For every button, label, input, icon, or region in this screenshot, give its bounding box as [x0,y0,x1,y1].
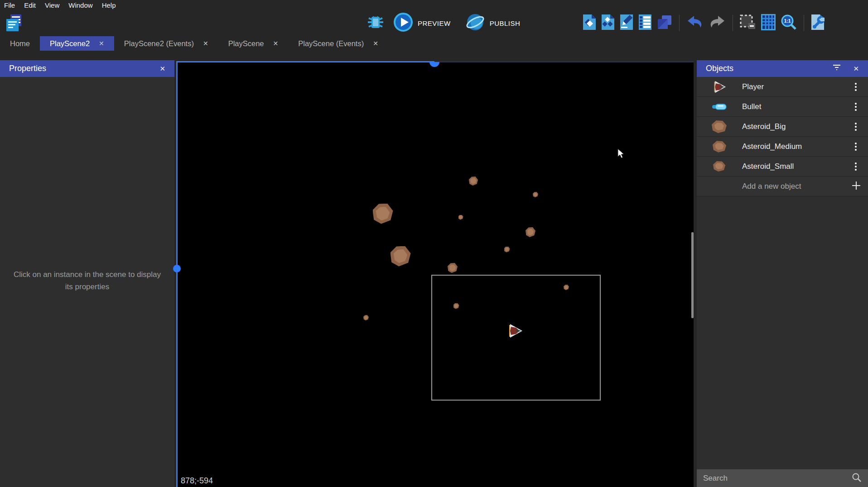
scene-properties-button[interactable] [583,14,596,32]
tab-playscene2[interactable]: PlayScene2 ✕ [40,36,114,51]
scene-canvas[interactable]: 878;-594 [176,61,694,487]
object-label: Asteroid_Medium [742,142,852,151]
preview-label[interactable]: PREVIEW [418,19,451,27]
tab-label: Home [10,39,30,48]
project-manager-button[interactable] [5,14,23,34]
delete-selection-button[interactable] [740,14,756,32]
tab-playscene2-events[interactable]: PlayScene2 (Events) ✕ [114,36,218,51]
object-menu-dots-icon[interactable] [852,123,860,131]
objects-title: Objects [706,64,733,73]
menu-bar: File Edit View Window Help [0,0,868,10]
asteroid-instance[interactable] [448,263,458,273]
asteroid-instance[interactable] [504,247,510,253]
publish-globe-icon [465,12,485,34]
asteroid-icon [697,161,742,172]
properties-empty-message: Click on an instance in the scene to dis… [13,268,162,293]
object-menu-dots-icon[interactable] [852,83,860,91]
plus-icon [852,181,861,192]
properties-title: Properties [9,64,46,73]
tab-close-icon[interactable]: ✕ [99,40,104,47]
layers-icon [657,14,672,32]
object-row-bullet[interactable]: Bullet [697,97,868,117]
asteroid-instance[interactable] [391,246,411,267]
close-icon[interactable]: ✕ [159,65,165,72]
object-row-asteroid-small[interactable]: Asteroid_Small [697,157,868,177]
player-ship-instance[interactable] [507,324,523,340]
instances-list-icon [638,14,652,32]
publish-label[interactable]: PUBLISH [490,19,521,27]
object-label: Bullet [742,102,852,111]
menu-window[interactable]: Window [68,1,92,9]
debug-button[interactable] [365,13,386,33]
filter-icon[interactable] [832,64,841,73]
object-row-asteroid-big[interactable]: Asteroid_Big [697,117,868,137]
object-menu-dots-icon[interactable] [852,162,860,171]
asteroid-instance[interactable] [469,177,478,186]
bullet-icon [697,104,742,110]
debug-bug-icon [365,13,386,33]
toolbar-separator [679,15,680,31]
object-search-bar [697,469,868,487]
splitter-handle-top[interactable] [429,62,439,67]
instances-list-button[interactable] [638,14,652,32]
tab-label: PlayScene (Events) [298,39,364,48]
preview-play-icon [393,12,413,34]
object-search-input[interactable] [703,474,852,483]
close-icon[interactable]: ✕ [853,65,859,72]
tab-playscene[interactable]: PlayScene ✕ [218,36,289,51]
toolbar-separator [733,15,733,31]
grid-icon [761,14,776,32]
menu-help[interactable]: Help [102,1,116,9]
properties-panel-header: Properties ✕ [0,60,174,77]
build-settings-button[interactable] [811,14,825,32]
add-new-object-button[interactable]: Add a new object [697,177,868,196]
objects-list-icon [601,14,615,32]
tab-bar: Home PlayScene2 ✕ PlayScene2 (Events) ✕ … [0,36,868,51]
toolbar: PREVIEW PUBLISH [0,10,868,36]
tab-home[interactable]: Home [0,36,40,51]
menu-file[interactable]: File [4,1,15,9]
zoom-1-1-button[interactable]: 1:1 [781,14,797,32]
wrench-icon [811,14,825,32]
tab-close-icon[interactable]: ✕ [203,40,208,47]
zoom-1-1-icon: 1:1 [781,14,797,32]
tab-close-icon[interactable]: ✕ [373,40,378,47]
asteroid-instance[interactable] [526,227,535,237]
asteroid-instance[interactable] [533,192,538,197]
layers-button[interactable] [657,14,672,32]
object-menu-dots-icon[interactable] [852,103,860,111]
menu-edit[interactable]: Edit [24,1,36,9]
splitter-handle-left[interactable] [173,265,181,272]
object-label: Player [742,82,852,91]
tab-label: PlayScene2 [50,39,90,48]
asteroid-instance[interactable] [363,315,369,320]
mouse-cursor [617,148,625,161]
asteroid-instance[interactable] [373,204,393,224]
svg-text:1:1: 1:1 [784,19,791,24]
properties-panel: Properties ✕ Click on an instance in the… [0,60,174,487]
tab-playscene-events[interactable]: PlayScene (Events) ✕ [288,36,388,51]
object-row-player[interactable]: Player [697,77,868,97]
menu-view[interactable]: View [45,1,59,9]
toolbar-separator [804,15,804,31]
tab-close-icon[interactable]: ✕ [273,40,279,47]
redo-icon [709,15,726,31]
canvas-vertical-scrollbar[interactable] [691,232,694,318]
tab-label: PlayScene2 (Events) [124,39,194,48]
objects-list-button[interactable] [601,14,615,32]
grid-button[interactable] [761,14,776,32]
object-row-asteroid-medium[interactable]: Asteroid_Medium [697,137,868,157]
edit-scene-button[interactable] [620,14,633,32]
selection-erase-icon [740,14,756,32]
undo-icon [686,15,704,31]
main-area: Properties ✕ Click on an instance in the… [0,51,868,487]
asteroid-instance[interactable] [458,215,463,220]
asteroid-icon [697,140,742,153]
object-label: Asteroid_Big [742,122,852,131]
publish-button[interactable] [465,12,485,34]
redo-button[interactable] [709,15,726,31]
undo-button[interactable] [686,15,704,31]
object-menu-dots-icon[interactable] [852,143,860,151]
preview-button[interactable] [393,12,413,34]
tab-label: PlayScene [228,39,264,48]
